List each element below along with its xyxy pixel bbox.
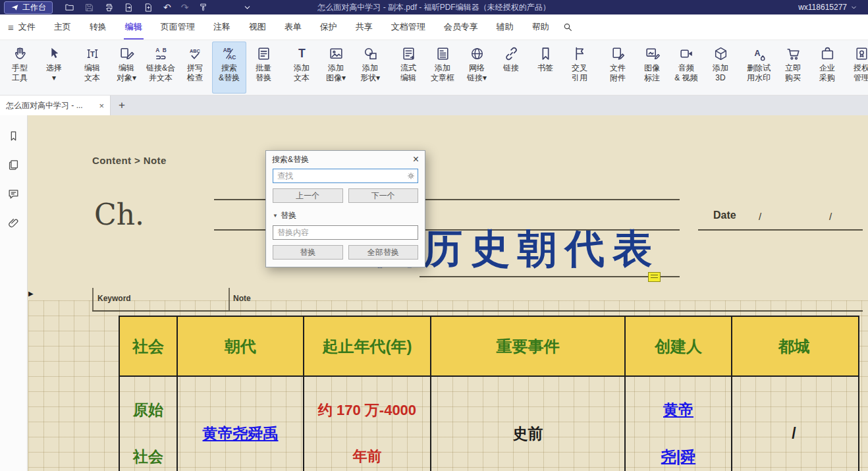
add-shape-icon	[361, 43, 379, 63]
tool-select[interactable]: 选择 ▾	[37, 42, 71, 94]
previous-button[interactable]: 上一个	[273, 188, 343, 203]
tool-cross-reference[interactable]: 交叉 引用	[562, 42, 597, 94]
create-pdf-icon[interactable]	[144, 3, 153, 13]
chevron-down-icon	[850, 4, 857, 11]
tool-edit-object[interactable]: 编辑 对象▾	[109, 42, 144, 94]
column-divider-line	[92, 288, 94, 310]
tool-label-line1: 音频	[678, 63, 694, 73]
founder-link[interactable]: 黄帝	[663, 400, 693, 420]
replace-section-toggle[interactable]: ▼ 替换	[273, 210, 418, 221]
file-menu-label: 文件	[18, 21, 36, 33]
tool-license-management[interactable]: 授权 管理	[844, 42, 868, 94]
tab-close-icon[interactable]: ×	[99, 101, 104, 111]
menu-item-page-manage[interactable]: 页面管理	[151, 14, 204, 40]
tool-add-article-box[interactable]: 添加 文章框	[425, 42, 460, 94]
tool-image-annotation[interactable]: 图像 标注	[635, 42, 669, 94]
file-menu[interactable]: ≡ 文件	[8, 21, 36, 33]
search-replace-icon	[220, 43, 238, 63]
print-icon[interactable]	[104, 3, 114, 13]
tool-file-attachment[interactable]: 文件 附件	[601, 42, 635, 94]
attach-icon	[609, 43, 627, 63]
tool-label-line1: 交叉	[572, 63, 587, 73]
document-tab-bar: 怎么面对高中学习 - ... × +	[0, 96, 868, 115]
document-tab[interactable]: 怎么面对高中学习 - ... ×	[0, 96, 111, 115]
account-menu[interactable]: wx118615277	[798, 3, 857, 12]
dialog-title: 搜索&替换	[272, 154, 309, 165]
tool-link[interactable]: 链接	[494, 42, 528, 94]
tool-label-line2: 标注	[644, 73, 660, 83]
comments-panel-icon[interactable]	[7, 188, 20, 200]
tool-audio-video[interactable]: 音频 & 视频	[669, 42, 703, 94]
tool-web-link[interactable]: 网络 链接▾	[460, 42, 494, 94]
bookmarks-panel-icon[interactable]	[7, 130, 20, 142]
menu-item-assist[interactable]: 辅助	[487, 14, 523, 40]
table-header-cell: 起止年代(年)	[304, 317, 431, 375]
av-icon	[677, 43, 695, 63]
tool-spell-check[interactable]: 拼写 检查	[178, 42, 212, 94]
article-icon	[433, 43, 452, 63]
tool-label-line1: 删除试	[747, 63, 771, 73]
tool-add-image[interactable]: 添加 图像▾	[319, 42, 353, 94]
menu-item-share[interactable]: 共享	[346, 14, 382, 40]
tool-edit-text[interactable]: 编辑 文本	[75, 42, 109, 94]
table-header-cell: 都城	[732, 317, 855, 375]
account-name: wx118615277	[798, 3, 847, 12]
menu-item-member[interactable]: 会员专享	[435, 14, 487, 40]
format-painter-icon[interactable]	[198, 3, 208, 13]
find-input[interactable]	[273, 169, 418, 183]
panel-collapse-arrow-icon[interactable]: ▶	[28, 290, 34, 297]
menu-item-help[interactable]: 帮助	[523, 14, 558, 40]
menu-item-view[interactable]: 视图	[240, 14, 275, 40]
dialog-close-icon[interactable]: ×	[413, 154, 419, 165]
app-window: 工作台 ↶ ↷ 怎么面对高中学习 - 副本.pdf - 福昕PDF编辑器（未经授…	[0, 0, 868, 471]
tool-label-line1: 添加	[435, 63, 450, 73]
bookmark-icon	[536, 43, 555, 63]
tool-add-3d[interactable]: 添加 3D	[703, 42, 738, 94]
tool-link-merge-text[interactable]: 链接&合 并文本	[144, 42, 178, 94]
menu-item-list: 主页 转换 编辑 页面管理 注释 视图 表单 保护 共享 文档管理 会员专享	[45, 14, 558, 40]
tool-remove-trial-watermark[interactable]: 删除试 用水印	[742, 42, 776, 94]
license-icon	[852, 43, 868, 63]
menu-item-comment[interactable]: 注释	[204, 14, 240, 40]
undo-icon[interactable]: ↶	[163, 3, 171, 12]
tool-buy-now[interactable]: 立即 购买	[776, 42, 810, 94]
replace-all-button[interactable]: 全部替换	[348, 245, 419, 260]
tool-add-shape[interactable]: 添加 形状▾	[353, 42, 387, 94]
dynasty-link[interactable]: 黄帝尧舜禹	[203, 424, 279, 444]
next-button[interactable]: 下一个	[348, 188, 419, 203]
crossref-icon	[570, 43, 589, 63]
search-options-gear-icon[interactable]	[406, 171, 416, 180]
export-pdf-icon[interactable]	[124, 3, 134, 13]
new-tab-button[interactable]: +	[111, 96, 133, 115]
search-icon[interactable]	[562, 22, 573, 32]
tool-add-text[interactable]: 添加 文本	[285, 42, 319, 94]
dialog-title-bar[interactable]: 搜索&替换 ×	[266, 151, 425, 168]
tool-label-line2: & 视频	[674, 73, 697, 83]
founder-link[interactable]: 尧|舜	[661, 447, 695, 467]
menu-item-home[interactable]: 主页	[45, 14, 80, 40]
tool-batch-replace[interactable]: 批量 替换	[246, 42, 281, 94]
edit-text-icon	[83, 43, 101, 63]
link-merge-icon	[151, 43, 170, 63]
redo-icon[interactable]: ↷	[181, 3, 189, 12]
menu-item-protect[interactable]: 保护	[311, 14, 346, 40]
pages-panel-icon[interactable]	[7, 159, 20, 171]
tool-enterprise-purchase[interactable]: 企业 采购	[810, 42, 844, 94]
menu-item-convert[interactable]: 转换	[80, 14, 116, 40]
replace-input[interactable]	[273, 225, 418, 240]
workspace-button[interactable]: 工作台	[4, 1, 53, 14]
toolbar-customize-chevron-icon[interactable]	[243, 3, 252, 12]
menu-item-form[interactable]: 表单	[275, 14, 311, 40]
open-folder-icon[interactable]	[65, 3, 74, 13]
tool-label-line2: 用水印	[747, 73, 771, 83]
tool-search-replace[interactable]: 搜索 &替换	[212, 42, 246, 94]
menu-item-edit[interactable]: 编辑	[116, 14, 151, 40]
tool-hand-tool[interactable]: 手型 工具	[3, 42, 37, 94]
attachments-panel-icon[interactable]	[7, 217, 20, 229]
tool-bookmark[interactable]: 书签	[528, 42, 562, 94]
tool-flow-edit[interactable]: 流式 编辑	[391, 42, 425, 94]
replace-button[interactable]: 替换	[273, 245, 343, 260]
comment-annotation-icon[interactable]	[648, 272, 661, 282]
save-icon[interactable]	[84, 3, 94, 13]
menu-item-doc-manage[interactable]: 文档管理	[382, 14, 435, 40]
